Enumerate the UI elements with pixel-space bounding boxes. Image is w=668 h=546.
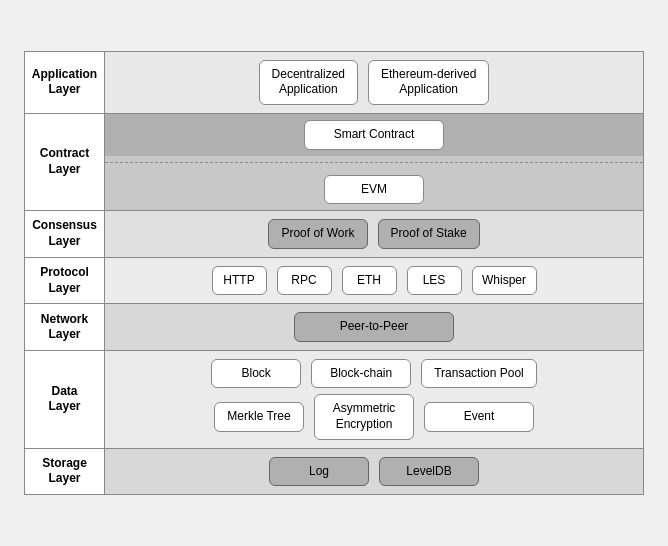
- transaction-pool-box: Transaction Pool: [421, 359, 537, 389]
- protocol-layer-row: ProtocolLayer HTTP RPC ETH LES Whisper: [25, 258, 643, 305]
- leveldb-box: LevelDB: [379, 457, 479, 487]
- protocol-layer-label: ProtocolLayer: [25, 258, 105, 304]
- consensus-layer-row: ConsensusLayer Proof of Work Proof of St…: [25, 211, 643, 258]
- protocol-items-row: HTTP RPC ETH LES Whisper: [115, 266, 633, 296]
- application-items-row: DecentralizedApplication Ethereum-derive…: [115, 60, 633, 105]
- contract-lower-section: EVM: [105, 169, 643, 211]
- whisper-box: Whisper: [472, 266, 537, 296]
- network-items-row: Peer-to-Peer: [115, 312, 633, 342]
- contract-layer-row: ContractLayer Smart Contract EVM: [25, 114, 643, 211]
- ethereum-derived-application-box: Ethereum-derivedApplication: [368, 60, 489, 105]
- data-layer-label: DataLayer: [25, 351, 105, 448]
- storage-items-row: Log LevelDB: [115, 457, 633, 487]
- event-box: Event: [424, 402, 534, 432]
- blockchain-box: Block-chain: [311, 359, 411, 389]
- asymmetric-encryption-box: AsymmetricEncryption: [314, 394, 414, 439]
- contract-layer-content: Smart Contract EVM: [105, 114, 643, 210]
- application-layer-row: ApplicationLayer DecentralizedApplicatio…: [25, 52, 643, 114]
- protocol-layer-content: HTTP RPC ETH LES Whisper: [105, 258, 643, 304]
- contract-layer-label: ContractLayer: [25, 114, 105, 210]
- evm-box: EVM: [324, 175, 424, 205]
- merkle-tree-box: Merkle Tree: [214, 402, 304, 432]
- consensus-layer-label: ConsensusLayer: [25, 211, 105, 257]
- storage-layer-label: StorageLayer: [25, 449, 105, 495]
- contract-upper-section: Smart Contract: [105, 114, 643, 156]
- data-items-row-2: Merkle Tree AsymmetricEncryption Event: [115, 394, 633, 439]
- block-box: Block: [211, 359, 301, 389]
- application-layer-label: ApplicationLayer: [25, 52, 105, 113]
- consensus-layer-content: Proof of Work Proof of Stake: [105, 211, 643, 257]
- rpc-box: RPC: [277, 266, 332, 296]
- consensus-items-row: Proof of Work Proof of Stake: [115, 219, 633, 249]
- les-box: LES: [407, 266, 462, 296]
- log-box: Log: [269, 457, 369, 487]
- data-layer-row: DataLayer Block Block-chain Transaction …: [25, 351, 643, 449]
- http-box: HTTP: [212, 266, 267, 296]
- blockchain-architecture-diagram: ApplicationLayer DecentralizedApplicatio…: [24, 51, 644, 496]
- eth-box: ETH: [342, 266, 397, 296]
- decentralized-application-box: DecentralizedApplication: [259, 60, 358, 105]
- network-layer-row: NetworkLayer Peer-to-Peer: [25, 304, 643, 351]
- proof-of-stake-box: Proof of Stake: [378, 219, 480, 249]
- proof-of-work-box: Proof of Work: [268, 219, 367, 249]
- storage-layer-row: StorageLayer Log LevelDB: [25, 449, 643, 495]
- data-layer-content: Block Block-chain Transaction Pool Merkl…: [105, 351, 643, 448]
- application-layer-content: DecentralizedApplication Ethereum-derive…: [105, 52, 643, 113]
- network-layer-label: NetworkLayer: [25, 304, 105, 350]
- storage-layer-content: Log LevelDB: [105, 449, 643, 495]
- smart-contract-box: Smart Contract: [304, 120, 444, 150]
- data-items-row-1: Block Block-chain Transaction Pool: [115, 359, 633, 389]
- peer-to-peer-box: Peer-to-Peer: [294, 312, 454, 342]
- network-layer-content: Peer-to-Peer: [105, 304, 643, 350]
